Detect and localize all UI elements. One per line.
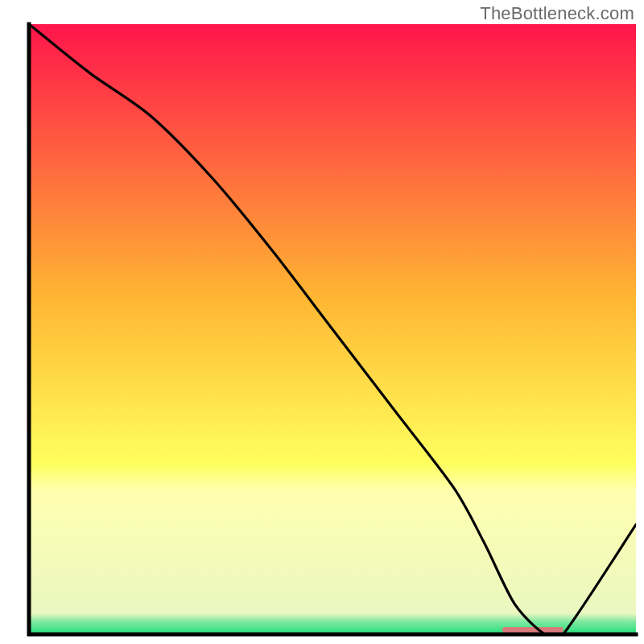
plot-area (29, 24, 636, 642)
bottleneck-chart (0, 0, 644, 644)
chart-stage: TheBottleneck.com (0, 0, 644, 644)
bottom-marker (502, 627, 563, 633)
